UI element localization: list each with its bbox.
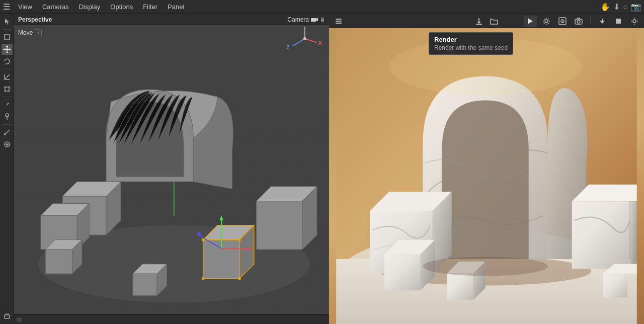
arrow-down-icon <box>599 18 606 25</box>
navigate-icon[interactable]: ✋ <box>600 2 610 12</box>
select-tool[interactable] <box>2 32 13 43</box>
svg-point-59 <box>238 277 241 280</box>
download-btn[interactable] <box>472 16 486 27</box>
svg-point-16 <box>6 114 9 117</box>
viewport-3d[interactable]: Z X Move + <box>14 25 329 314</box>
grease-pencil-tool[interactable] <box>2 111 13 122</box>
move-text: Move <box>18 29 33 36</box>
selected-box <box>203 225 254 279</box>
move-plus-icon: + <box>35 29 42 36</box>
scene-svg: Z X <box>14 25 329 314</box>
svg-marker-74 <box>528 18 533 24</box>
menu-cameras[interactable]: Cameras <box>40 2 71 12</box>
transform-tool[interactable] <box>2 84 13 95</box>
snapshot-icon <box>575 18 583 25</box>
svg-point-60 <box>202 277 205 280</box>
menu-panel[interactable]: Panel <box>166 2 186 12</box>
svg-line-63 <box>305 39 317 43</box>
svg-rect-70 <box>336 23 342 24</box>
annotate-tool[interactable] <box>2 99 13 110</box>
hamburger-icon <box>335 18 342 25</box>
cursor-tool[interactable] <box>2 16 13 27</box>
svg-point-12 <box>4 87 6 88</box>
rotate-tool[interactable] <box>2 56 13 67</box>
play-icon <box>526 17 534 25</box>
svg-point-75 <box>545 20 548 23</box>
svg-rect-27 <box>311 18 316 22</box>
svg-point-88 <box>577 20 580 23</box>
svg-rect-102 <box>572 201 630 269</box>
scale-tool[interactable] <box>2 71 13 83</box>
svg-point-58 <box>238 238 241 241</box>
menu-view[interactable]: View <box>16 2 34 12</box>
svg-line-82 <box>548 19 549 20</box>
gear-icon <box>630 17 638 25</box>
svg-rect-11 <box>5 87 9 91</box>
right-hamburger-btn[interactable] <box>332 16 345 27</box>
top-menubar: ☰ View Cameras Display Options Filter Pa… <box>0 0 644 14</box>
render-settings-2-btn[interactable] <box>556 16 569 27</box>
svg-rect-105 <box>603 274 627 298</box>
render-snapshot-btn[interactable] <box>572 16 585 27</box>
render-scene-svg <box>329 28 644 324</box>
render-view <box>329 28 644 324</box>
toolbar-separator-4 <box>3 124 12 125</box>
toolbar-separator-2 <box>3 69 12 69</box>
svg-rect-24 <box>5 315 10 318</box>
lock-icon <box>320 17 325 22</box>
svg-line-83 <box>544 23 545 24</box>
svg-marker-4 <box>6 52 8 53</box>
svg-rect-90 <box>602 19 603 21</box>
menu-filter[interactable]: Filter <box>141 2 159 12</box>
orbit-icon[interactable]: ○ <box>623 3 628 12</box>
extra-settings-btn[interactable] <box>628 16 641 27</box>
render-play-btn[interactable] <box>524 16 537 27</box>
svg-line-62 <box>293 39 305 46</box>
toolbar-separator-1 <box>3 29 12 30</box>
svg-marker-7 <box>6 63 7 65</box>
menu-display[interactable]: Display <box>77 2 103 12</box>
svg-line-18 <box>5 130 10 135</box>
svg-point-13 <box>8 87 10 88</box>
menu-options[interactable]: Options <box>108 2 135 12</box>
extra-tool[interactable] <box>2 139 13 150</box>
settings-1-icon <box>542 17 550 25</box>
svg-line-8 <box>5 74 10 79</box>
box-right <box>257 187 317 250</box>
svg-rect-61 <box>133 274 157 295</box>
bottom-tool[interactable] <box>2 311 13 322</box>
svg-rect-103 <box>384 254 421 290</box>
svg-marker-3 <box>6 45 8 47</box>
right-topbar <box>329 14 644 28</box>
camera-view-icon[interactable]: 📷 <box>631 2 641 12</box>
hamburger-icon[interactable]: ☰ <box>3 2 10 12</box>
svg-rect-0 <box>5 35 10 40</box>
svg-marker-28 <box>316 18 318 21</box>
left-toolbar <box>0 14 14 324</box>
extra-download-btn[interactable] <box>596 16 609 27</box>
svg-line-81 <box>548 23 549 24</box>
move-tool[interactable] <box>2 44 13 55</box>
svg-marker-6 <box>10 48 11 50</box>
snap-icon[interactable]: ⬇ <box>613 2 620 12</box>
svg-point-92 <box>633 20 636 23</box>
folder-icon <box>490 18 498 25</box>
measure-tool[interactable] <box>2 127 13 138</box>
svg-text:X: X <box>318 40 322 46</box>
svg-marker-72 <box>477 22 481 24</box>
right-topbar-right <box>524 16 641 27</box>
toolbar-separator-3 <box>3 97 12 97</box>
svg-rect-29 <box>321 19 324 22</box>
download-icon <box>475 17 483 25</box>
stop-btn[interactable] <box>612 16 625 27</box>
settings-2-icon <box>558 17 567 25</box>
tooltip-description: Render with the same seed <box>434 44 508 51</box>
folder-btn[interactable] <box>488 16 501 27</box>
svg-rect-104 <box>447 274 473 300</box>
svg-point-57 <box>202 238 205 241</box>
separator-1 <box>590 17 591 26</box>
render-settings-1-btn[interactable] <box>540 16 553 27</box>
svg-point-15 <box>8 91 10 92</box>
camera-label: Camera <box>287 16 309 23</box>
right-panel: Render Render with the same seed <box>329 14 644 324</box>
